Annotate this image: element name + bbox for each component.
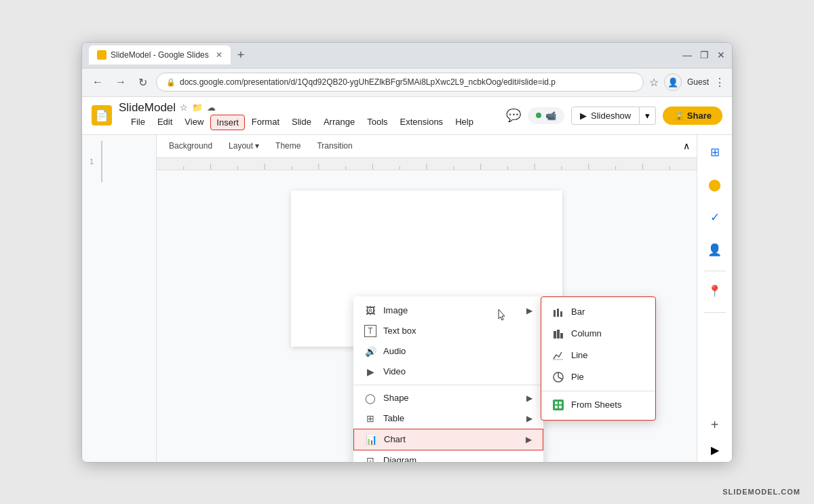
collapse-icon[interactable]: ∧ xyxy=(683,140,690,151)
app-logo: 📄 xyxy=(92,105,112,125)
menu-item-chart[interactable]: 📊 Chart ▶ xyxy=(353,429,543,450)
layout-button[interactable]: Layout ▾ xyxy=(223,139,265,153)
background-button[interactable]: Background xyxy=(163,139,218,153)
pie-label: Pie xyxy=(571,372,644,382)
close-window-button[interactable]: ✕ xyxy=(717,50,725,60)
menu-format[interactable]: Format xyxy=(246,115,285,130)
video-label: Video xyxy=(383,366,532,376)
bar-label: Bar xyxy=(571,307,644,317)
svg-rect-30 xyxy=(553,400,564,410)
theme-button[interactable]: Theme xyxy=(270,139,306,153)
cloud-icon[interactable]: ☁ xyxy=(207,102,216,113)
right-panel-location-icon[interactable]: 📍 xyxy=(703,279,727,304)
textbox-label: Text box xyxy=(383,326,532,336)
forward-button[interactable]: → xyxy=(112,75,130,90)
ruler xyxy=(157,158,697,170)
right-panel: ⊞ ⬤ ✓ 👤 📍 + ▶ xyxy=(697,135,732,462)
menu-edit[interactable]: Edit xyxy=(152,115,178,130)
meet-button[interactable]: 📹 xyxy=(528,107,564,124)
profile-label: Guest xyxy=(687,77,709,87)
right-panel-add-button[interactable]: + xyxy=(711,417,719,433)
new-tab-button[interactable]: + xyxy=(235,48,248,62)
chart-arrow: ▶ xyxy=(526,435,532,444)
canvas-container: Background Layout ▾ Theme Transition ∧ xyxy=(157,135,697,462)
audio-icon: 🔊 xyxy=(364,345,376,357)
layout-label: Layout xyxy=(229,141,253,151)
menu-item-shape[interactable]: ◯ Shape ▶ xyxy=(353,388,543,408)
diagram-label: Diagram xyxy=(383,455,532,462)
menu-item-audio[interactable]: 🔊 Audio xyxy=(353,341,543,362)
back-button[interactable]: ← xyxy=(89,75,106,90)
bar-chart-icon xyxy=(552,306,564,318)
slideshow-dropdown-button[interactable]: ▾ xyxy=(640,106,656,125)
tab-close-button[interactable]: ✕ xyxy=(216,50,222,60)
theme-label: Theme xyxy=(275,141,301,151)
menu-help[interactable]: Help xyxy=(450,115,479,130)
right-panel-check-icon[interactable]: ✓ xyxy=(703,206,727,230)
pie-chart-icon xyxy=(552,371,564,383)
right-panel-person-icon[interactable]: 👤 xyxy=(703,238,727,263)
right-panel-timer-icon[interactable]: ⬤ xyxy=(703,173,727,197)
right-panel-separator2 xyxy=(704,312,726,313)
image-label: Image xyxy=(383,305,520,315)
line-chart-label: Line xyxy=(571,350,644,360)
chart-submenu: Bar Column Line xyxy=(541,296,656,421)
browser-tab[interactable]: SlideModel - Google Slides ✕ xyxy=(89,45,231,64)
tab-title: SlideModel - Google Slides xyxy=(111,50,209,60)
transition-button[interactable]: Transition xyxy=(311,139,357,153)
chart-item-pie[interactable]: Pie xyxy=(541,366,655,388)
svg-rect-22 xyxy=(560,311,562,317)
folder-icon[interactable]: 📁 xyxy=(192,102,203,113)
column-chart-icon xyxy=(552,328,564,340)
url-bar[interactable]: 🔒 docs.google.com/presentation/d/1Qqd92Q… xyxy=(156,73,644,92)
share-button[interactable]: 🔒 Share xyxy=(663,106,722,125)
star-icon[interactable]: ☆ xyxy=(180,102,188,113)
browser-window: SlideModel - Google Slides ✕ + — ❐ ✕ ← →… xyxy=(81,42,733,463)
chart-item-from-sheets[interactable]: From Sheets xyxy=(541,394,655,416)
menu-item-table[interactable]: ⊞ Table ▶ xyxy=(353,408,543,429)
right-panel-expand-button[interactable]: ▶ xyxy=(711,444,719,457)
menu-item-video[interactable]: ▶ Video xyxy=(353,362,543,382)
slide-thumbnail[interactable]: 1 xyxy=(101,140,102,182)
right-panel-slides-icon[interactable]: ⊞ xyxy=(703,140,727,165)
chart-item-column[interactable]: Column xyxy=(541,323,655,345)
menu-item-textbox[interactable]: T Text box xyxy=(353,321,543,341)
chart-item-line[interactable]: Line xyxy=(541,345,655,366)
comment-button[interactable]: 💬 xyxy=(506,108,521,123)
chart-item-bar[interactable]: Bar xyxy=(541,301,655,323)
app-title: SlideModel xyxy=(119,101,176,115)
menu-tools[interactable]: Tools xyxy=(362,115,393,130)
profile-button[interactable]: 👤 xyxy=(664,73,682,91)
refresh-button[interactable]: ↻ xyxy=(135,75,151,90)
menu-view[interactable]: View xyxy=(179,115,209,130)
textbox-icon: T xyxy=(364,325,376,337)
svg-rect-34 xyxy=(559,406,562,408)
bookmark-icon[interactable]: ☆ xyxy=(649,76,659,89)
svg-rect-20 xyxy=(554,310,556,317)
slide-number: 1 xyxy=(90,157,94,166)
app-title-area: SlideModel ☆ 📁 ☁ File Edit View Insert F… xyxy=(119,101,479,130)
from-sheets-label: From Sheets xyxy=(571,400,644,410)
shape-label: Shape xyxy=(383,393,520,403)
minimize-button[interactable]: — xyxy=(682,50,692,60)
image-icon: 🖼 xyxy=(364,305,376,317)
insert-menu: 🖼 Image ▶ T Text box 🔊 Audio xyxy=(353,296,543,462)
restore-button[interactable]: ❐ xyxy=(700,50,709,60)
menu-arrange[interactable]: Arrange xyxy=(318,115,360,130)
menu-item-diagram[interactable]: ⊡ Diagram xyxy=(353,450,543,462)
menu-insert[interactable]: Insert xyxy=(210,115,245,130)
menu-extensions[interactable]: Extensions xyxy=(395,115,449,130)
layout-arrow: ▾ xyxy=(255,141,259,151)
video-icon: ▶ xyxy=(364,366,376,378)
slides-panel: 1 xyxy=(82,135,157,462)
slideshow-button[interactable]: ▶ Slideshow xyxy=(571,106,640,125)
chart-label: Chart xyxy=(384,434,519,444)
more-options-icon[interactable]: ⋮ xyxy=(714,76,725,89)
menu-slide[interactable]: Slide xyxy=(286,115,317,130)
menu-file[interactable]: File xyxy=(125,115,151,130)
shape-arrow: ▶ xyxy=(526,393,532,403)
play-icon: ▶ xyxy=(580,111,587,121)
transition-label: Transition xyxy=(317,141,352,151)
menu-item-image[interactable]: 🖼 Image ▶ xyxy=(353,301,543,321)
slideshow-label: Slideshow xyxy=(591,111,631,121)
